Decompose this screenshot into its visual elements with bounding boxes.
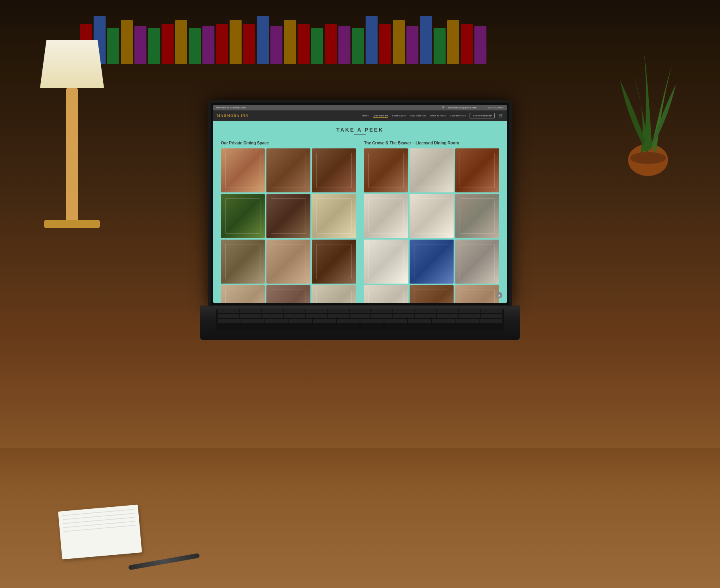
check-availability-button[interactable]: Check Availability [470,113,495,118]
key [360,319,384,323]
book [393,20,405,64]
photo-detail [221,240,265,284]
photo-1[interactable] [221,148,265,192]
photo-3[interactable] [312,148,356,192]
email-text: marmorainn@gmail.com [448,106,476,109]
book [162,24,174,64]
lamp [32,40,112,280]
nav-news[interactable]: News & Press [430,114,446,117]
key [481,314,502,318]
photo-8[interactable] [266,240,310,284]
book [270,26,282,64]
key [218,319,241,323]
photo-r9[interactable] [455,240,499,284]
photo-detail [364,285,408,303]
photo-detail [221,285,265,303]
photo-detail [455,240,499,284]
photo-r3[interactable] [455,148,499,192]
email-icon: ✉ [442,106,444,109]
lamp-body [66,88,78,228]
photo-r1[interactable] [364,148,408,192]
key [284,309,305,313]
photo-11[interactable] [266,285,310,303]
keyboard-row-1 [216,309,504,313]
nav-bar: MARMORA INN Home Dine With Us Event Spac… [213,110,507,121]
photo-detail [312,194,356,238]
photo-detail [266,285,310,303]
key [408,319,431,323]
cart-icon[interactable]: 🛒 [499,114,503,118]
photo-12[interactable] [312,285,356,303]
books-row [80,8,640,64]
photo-detail [410,148,454,192]
key [456,319,479,323]
photo-detail [266,148,310,192]
photo-detail [221,194,265,238]
book [148,28,160,64]
photo-r8[interactable] [410,240,454,284]
book [202,26,214,64]
photo-6[interactable] [312,194,356,238]
nav-stay[interactable]: Stay With Us! [410,114,426,117]
book [366,16,378,64]
book [134,26,146,64]
photo-7[interactable] [221,240,265,284]
photo-detail [410,194,454,238]
photo-r2[interactable] [410,148,454,192]
book [230,20,242,64]
nav-dine[interactable]: Dine With Us [373,114,388,118]
key [459,314,480,318]
website-content: Welcome to Marmora Inn! ✉ marmorainn@gma… [213,105,507,303]
nav-event[interactable]: Event Space [392,114,406,117]
nav-reviews[interactable]: Rave Reviews [450,114,466,117]
photo-r4[interactable] [364,194,408,238]
photo-detail [312,148,356,192]
key [432,319,455,323]
nav-home[interactable]: Home [362,114,368,117]
photo-4[interactable] [221,194,265,238]
photo-r7[interactable] [364,240,408,284]
book [379,24,391,64]
laptop-base [200,306,520,340]
photo-detail [364,194,408,238]
lamp-base [44,220,100,228]
keyboard-row-2 [216,314,504,318]
book [257,16,269,64]
book [243,24,255,64]
book [284,20,296,64]
book [461,24,473,64]
photo-r10[interactable] [364,285,408,303]
galleries-container: Our Private Dining Space [221,141,499,303]
photo-10[interactable] [221,285,265,303]
photo-5[interactable] [266,194,310,238]
gallery-right: The Crowe & The Beaver – Licensed Dining… [364,141,499,303]
photo-r12[interactable] [455,285,499,303]
key [306,314,327,318]
book [325,24,337,64]
svg-point-1 [630,152,666,164]
key [393,314,414,318]
key [313,319,336,323]
keyboard-row-3 [216,319,504,323]
scroll-to-top-button[interactable]: ▲ [496,292,502,298]
main-content: TAKE A PEEK Our Private Dining Space [213,121,507,303]
photo-2[interactable] [266,148,310,192]
book [311,28,323,64]
book [420,16,432,64]
book [406,26,418,64]
photo-detail [364,240,408,284]
key [437,314,458,318]
laptop-keyboard [216,309,504,331]
photo-r5[interactable] [410,194,454,238]
key [328,314,349,318]
photo-r11[interactable] [410,285,454,303]
phone-icon: 📞 [480,106,484,109]
photo-9[interactable] [312,240,356,284]
key [265,319,288,323]
key [306,309,327,313]
photo-r6[interactable] [455,194,499,238]
book [338,26,350,64]
photo-detail [455,148,499,192]
photo-detail [455,194,499,238]
key [481,309,502,313]
